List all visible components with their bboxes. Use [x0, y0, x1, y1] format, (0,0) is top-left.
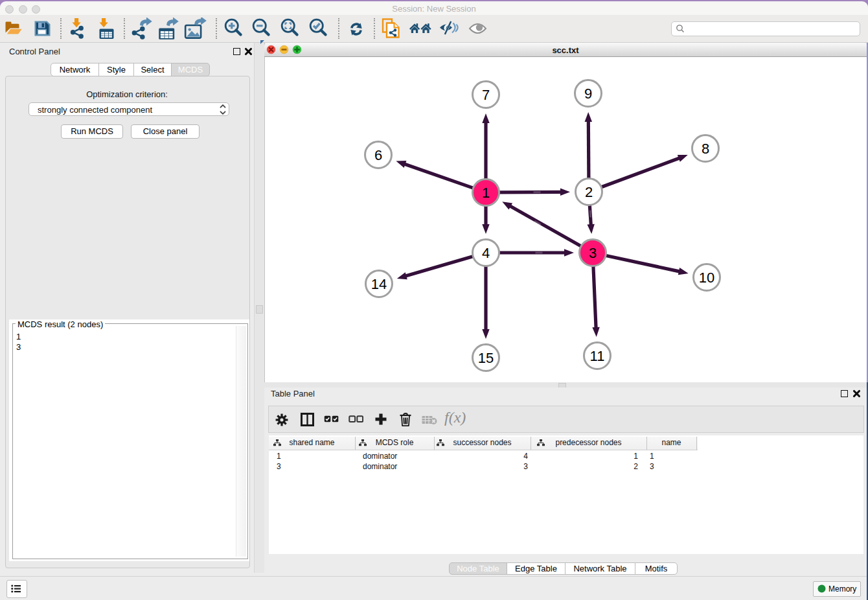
svg-text:4: 4 [482, 245, 490, 261]
svg-text:14: 14 [371, 276, 387, 292]
svg-text:15: 15 [478, 350, 494, 366]
svg-text:3: 3 [589, 245, 597, 261]
svg-text:9: 9 [584, 86, 592, 102]
svg-text:1: 1 [482, 185, 490, 201]
svg-text:11: 11 [590, 348, 605, 364]
svg-text:7: 7 [482, 87, 490, 103]
svg-text:8: 8 [702, 141, 709, 157]
svg-text:10: 10 [699, 270, 714, 286]
svg-text:6: 6 [374, 147, 382, 163]
svg-text:2: 2 [585, 184, 593, 200]
